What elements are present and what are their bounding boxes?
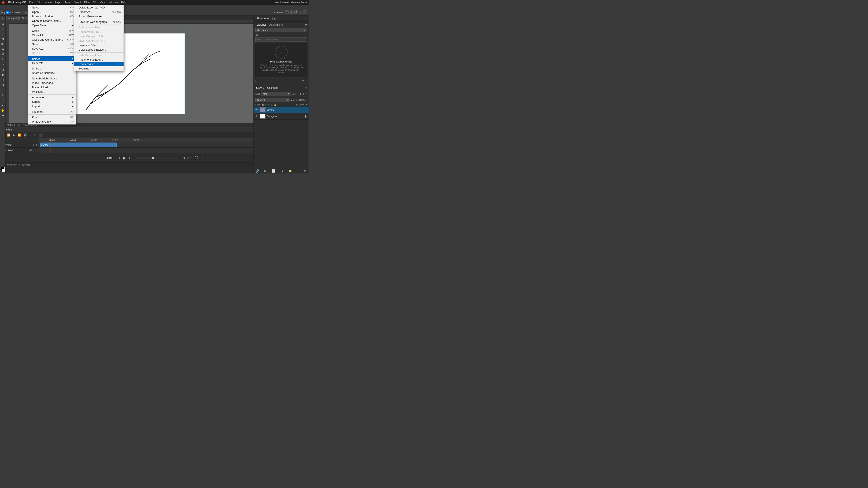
export-layers-files[interactable]: Layers to Files... (74, 43, 124, 47)
layers-panel-menu[interactable]: ≡ (305, 86, 307, 89)
history-brush-tool[interactable]: ↺ (0, 62, 5, 67)
panel-menu-icon[interactable]: ≡ (305, 17, 307, 20)
layer-item-background[interactable]: 👁 Background 🔒 (254, 113, 309, 120)
export-layer-comps-files[interactable]: Layer Comps to Files... (74, 34, 124, 38)
tab-adjustments[interactable]: Adjustments (268, 23, 285, 27)
filter-toggle[interactable]: ○ (305, 92, 307, 95)
add-effect-button[interactable]: fx (264, 169, 267, 173)
export-color-lookup[interactable]: Color Lookup Tables... (74, 47, 124, 52)
audio-volume-icon[interactable]: 🔊 (29, 149, 32, 152)
magic-wand-tool[interactable]: ✦ (0, 32, 5, 36)
export-zoomify[interactable]: Zoomify... (74, 66, 124, 71)
menu-place-linked[interactable]: Place Linked... (28, 85, 76, 90)
menu-close[interactable]: Close ⌘W (28, 29, 76, 33)
add-asset-button[interactable]: + (302, 79, 304, 83)
menu-share[interactable]: Share... (28, 66, 76, 71)
lock-artboard-icon[interactable]: ⊕ (271, 104, 273, 106)
library-search-input[interactable] (255, 37, 307, 42)
rectangle-select-tool[interactable]: ▭ (0, 22, 5, 26)
3d-btn-pan[interactable]: ✛ (294, 10, 299, 14)
layer-eye-background[interactable]: 👁 (255, 115, 258, 118)
audio-music-icon[interactable]: ♪ (33, 149, 34, 152)
timeline-audio[interactable]: 🔊 (23, 133, 28, 137)
menu-save-as[interactable]: Save As... ⇧⌘S (28, 46, 76, 51)
export-as[interactable]: Export As... ⌥⇧⌘W (74, 10, 124, 14)
filter-icon-type[interactable]: T (297, 92, 299, 95)
lasso-tool[interactable]: ⌖ (0, 27, 5, 31)
menu-scripts[interactable]: Scripts (28, 100, 76, 104)
autofill-checkbox[interactable]: Auto-Select: (6, 11, 22, 14)
filter-icon-shape[interactable]: ◆ (300, 92, 302, 95)
menu-help[interactable]: Help (121, 1, 126, 4)
clone-stamp-tool[interactable]: ✎ (0, 57, 5, 62)
timeline-fwd-frame[interactable]: ⏩ (17, 133, 22, 137)
menu-search-stock[interactable]: Search Adobe Stock... (28, 76, 76, 81)
menu-edit[interactable]: Edit (37, 1, 41, 4)
layer-item-layer2[interactable]: 👁 Layer 2 (254, 106, 309, 113)
background-color[interactable] (2, 169, 5, 172)
lib-list-icon[interactable]: ☰ (259, 33, 261, 37)
menu-view[interactable]: View (100, 1, 105, 4)
dodge-tool[interactable]: ◑ (0, 83, 5, 87)
tab-histogram[interactable]: Histogram (255, 16, 270, 21)
menu-filter[interactable]: Filter (84, 1, 90, 4)
menu-type[interactable]: Type (65, 1, 70, 4)
menu-window[interactable]: Window (109, 1, 118, 4)
healing-brush-tool[interactable]: ⊕ (0, 47, 5, 52)
export-artboards-pdf[interactable]: Artboards to PDF... (74, 30, 124, 34)
timeline-prev-frame[interactable]: ⏪ (6, 133, 11, 137)
export-save-web[interactable]: Save for Web (Legacy)... ⌥⇧⌘S (74, 20, 124, 24)
eraser-tool[interactable]: ◻ (0, 67, 5, 72)
export-paths-illustrator[interactable]: Paths to Illustrator... (74, 57, 124, 62)
shape-tool[interactable]: ■ (0, 103, 5, 107)
menu-share-behance[interactable]: Share on Behance... (28, 71, 76, 75)
menu-new[interactable]: New... ⌘N (28, 5, 76, 10)
info-icon[interactable]: ℹ (255, 79, 256, 83)
timeline-transition[interactable]: ⬛ (38, 133, 43, 137)
export-data-sets[interactable]: Data Sets as Files... (74, 53, 124, 57)
upload-icon[interactable]: ↑ (305, 79, 307, 83)
timeline-play[interactable]: ▶ (12, 133, 16, 137)
lock-all-icon[interactable]: 🔒 (274, 104, 276, 106)
lib-grid-icon[interactable]: ⊞ (255, 33, 258, 37)
export-layer-comps-pdf[interactable]: Layer Comps to PDF... (74, 38, 124, 43)
filter-icon-pixel[interactable]: □ (292, 92, 293, 95)
brush-tool[interactable]: 🖌 (0, 52, 5, 57)
menu-open[interactable]: Open... ⌘O (28, 10, 76, 14)
menu-revert[interactable]: Revert F12 (28, 51, 76, 55)
progress-bar[interactable] (136, 158, 179, 158)
layer-eye-layer2[interactable]: 👁 (255, 108, 258, 111)
playback-play[interactable]: ▶ (123, 156, 126, 160)
audio-add-icon[interactable]: + (35, 149, 37, 152)
menu-place-embedded[interactable]: Place Embedded... (28, 81, 76, 85)
add-link-button[interactable]: 🔗 (255, 169, 259, 173)
menu-close-all[interactable]: Close All ⌥⌘W (28, 33, 76, 37)
menu-3d[interactable]: 3D (93, 1, 96, 4)
menu-print[interactable]: Print... ⌘P (28, 115, 76, 120)
menu-import[interactable]: Import (28, 104, 76, 108)
export-artboards-files[interactable]: Artboards to Files... (74, 25, 124, 30)
menu-image[interactable]: Image (44, 1, 52, 4)
progress-thumb[interactable] (152, 157, 154, 159)
tab-layers[interactable]: Layers (255, 86, 265, 90)
library-dropdown[interactable]: My Library ▾ (255, 28, 307, 32)
menu-file[interactable]: File (29, 1, 33, 4)
blend-mode-select[interactable]: Normal (255, 98, 289, 102)
move-tool[interactable]: ↖ (0, 17, 5, 21)
tab-info[interactable]: Info (270, 16, 278, 21)
track-options-icon[interactable]: ≡ (36, 143, 37, 146)
export-prefs[interactable]: Export Preferences... (74, 14, 124, 19)
menu-select[interactable]: Select (74, 1, 81, 4)
menu-open-smart[interactable]: Open as Smart Object... (28, 19, 76, 23)
export-quick-png[interactable]: Quick Export as PNG (74, 5, 124, 10)
libraries-panel-menu[interactable]: ≡ (305, 23, 307, 27)
delete-layer-button[interactable]: 🗑 (304, 169, 307, 173)
timeline-loop[interactable]: ↺ (29, 133, 33, 137)
export-render-video[interactable]: Render Video... (74, 62, 124, 66)
zoom-tool[interactable]: ⊕ (0, 113, 5, 118)
menu-layer[interactable]: Layer (55, 1, 61, 4)
kind-filter-select[interactable]: Kind (261, 92, 291, 96)
timeline-cut[interactable]: ✂ (33, 133, 37, 137)
3d-btn-slide[interactable]: ↕ (299, 10, 303, 14)
menu-export[interactable]: Export (28, 56, 76, 61)
